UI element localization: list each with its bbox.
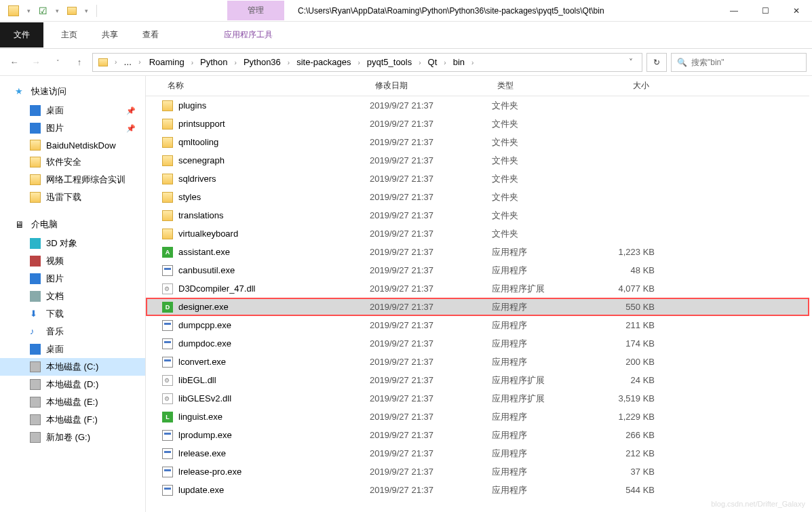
file-row[interactable]: Aassistant.exe2019/9/27 21:37应用程序1,223 K… (146, 243, 809, 261)
chevron-right-icon[interactable]: › (441, 59, 448, 66)
breadcrumb-segment[interactable]: Python (196, 54, 231, 70)
sidebar-item[interactable]: 软件安全 (0, 153, 145, 171)
file-type: 应用程序 (492, 264, 594, 277)
sidebar-item[interactable]: 网络工程师综合实训 (0, 171, 145, 189)
sidebar-item[interactable]: 本地磁盘 (F:) (0, 411, 145, 429)
folder-icon (8, 5, 19, 16)
maximize-button[interactable]: ☐ (750, 0, 781, 22)
sidebar-item-label: 本地磁盘 (D:) (46, 378, 98, 391)
file-row[interactable]: canbusutil.exe2019/9/27 21:37应用程序48 KB (146, 261, 809, 279)
search-input[interactable] (691, 58, 800, 67)
sidebar-item[interactable]: 文档 (0, 288, 145, 305)
file-row[interactable]: styles2019/9/27 21:37文件夹 (146, 188, 809, 206)
chevron-right-icon[interactable]: › (189, 59, 196, 66)
sidebar-item-label: 下载 (46, 308, 64, 320)
file-row[interactable]: lrelease-pro.exe2019/9/27 21:37应用程序37 KB (146, 462, 809, 481)
breadcrumb-segment[interactable]: Python36 (239, 54, 285, 70)
chevron-right-icon[interactable]: › (285, 59, 292, 66)
sidebar-item[interactable]: 图片 (0, 270, 145, 288)
check-icon[interactable]: ☑ (39, 5, 47, 16)
chevron-right-icon[interactable]: › (112, 58, 119, 66)
back-button[interactable]: ← (5, 54, 23, 71)
file-row[interactable]: Llinguist.exe2019/9/27 21:37应用程序1,229 KB (146, 408, 809, 426)
up-button[interactable]: ↑ (71, 54, 88, 71)
file-row[interactable]: dumpdoc.exe2019/9/27 21:37应用程序174 KB (146, 334, 809, 353)
col-date[interactable]: 修改日期 (370, 80, 492, 92)
search-box[interactable]: 🔍 (671, 53, 807, 72)
qat-dropdown-icon[interactable]: ▾ (27, 7, 31, 14)
file-row[interactable]: scenegraph2019/9/27 21:37文件夹 (146, 151, 809, 170)
col-size[interactable]: 大小 (594, 80, 655, 92)
file-row[interactable]: lprodump.exe2019/9/27 21:37应用程序266 KB (146, 426, 809, 444)
file-row[interactable]: plugins2019/9/27 21:37文件夹 (146, 96, 809, 115)
sidebar-item-label: 音乐 (46, 326, 64, 338)
file-row[interactable]: sqldrivers2019/9/27 21:37文件夹 (146, 170, 809, 188)
quick-access-header[interactable]: 快速访问 (0, 81, 145, 102)
breadcrumb-segment[interactable]: Roaming (145, 54, 189, 70)
breadcrumb-segment[interactable]: site-packages (292, 54, 355, 70)
chevron-right-icon[interactable]: › (416, 59, 423, 66)
recent-dropdown[interactable]: ˅ (49, 54, 66, 71)
file-row[interactable]: qmltooling2019/9/27 21:37文件夹 (146, 133, 809, 151)
forward-button[interactable]: → (27, 54, 45, 71)
address-bar[interactable]: › … › Roaming›Python›Python36›site-packa… (92, 53, 642, 72)
chevron-right-icon[interactable]: › (232, 59, 239, 66)
file-date: 2019/9/27 21:37 (370, 155, 492, 165)
music-icon (30, 326, 41, 337)
file-row[interactable]: lrelease.exe2019/9/27 21:37应用程序212 KB (146, 444, 809, 462)
file-row[interactable]: virtualkeyboard2019/9/27 21:37文件夹 (146, 224, 809, 243)
refresh-button[interactable]: ↻ (646, 53, 667, 72)
sidebar-item[interactable]: 本地磁盘 (D:) (0, 376, 145, 393)
close-button[interactable]: ✕ (781, 0, 812, 22)
sidebar-item[interactable]: 3D 对象 (0, 235, 145, 252)
chevron-right-icon[interactable]: › (469, 59, 476, 66)
view-tab[interactable]: 查看 (130, 22, 171, 47)
file-name: lrelease.exe (178, 448, 226, 458)
breadcrumb-segment[interactable]: Qt (424, 54, 442, 70)
sidebar-item[interactable]: 桌面 (0, 340, 145, 358)
qat-dropdown-icon[interactable]: ▾ (56, 7, 59, 14)
sidebar-item[interactable]: 视频 (0, 252, 145, 270)
file-row[interactable]: D3Dcompiler_47.dll2019/9/27 21:37应用程序扩展4… (146, 279, 809, 298)
app-tools-tab[interactable]: 应用程序工具 (212, 22, 285, 47)
manage-contextual-tab[interactable]: 管理 (227, 1, 284, 20)
this-pc-header[interactable]: 介电脑 (0, 214, 145, 235)
folder-icon[interactable] (67, 7, 77, 15)
folder-icon (30, 157, 41, 168)
desktop-icon (30, 344, 41, 355)
chevron-right-icon[interactable]: › (136, 58, 143, 66)
file-row[interactable]: printsupport2019/9/27 21:37文件夹 (146, 115, 809, 133)
file-row[interactable]: lupdate.exe2019/9/27 21:37应用程序544 KB (146, 481, 809, 499)
sidebar-item[interactable]: 本地磁盘 (E:) (0, 393, 145, 411)
col-name[interactable]: 名称 (162, 80, 370, 92)
sidebar-item[interactable]: 图片📌 (0, 119, 145, 137)
file-row[interactable]: translations2019/9/27 21:37文件夹 (146, 206, 809, 224)
col-type[interactable]: 类型 (492, 80, 594, 92)
file-row[interactable]: libEGL.dll2019/9/27 21:37应用程序扩展24 KB (146, 371, 809, 389)
qat-overflow-icon[interactable]: ▾ (85, 7, 88, 14)
main-area: 快速访问 桌面📌图片📌BaiduNetdiskDow软件安全网络工程师综合实训迅… (0, 76, 812, 512)
share-tab[interactable]: 共享 (90, 22, 130, 47)
file-row[interactable]: Ddesigner.exe2019/9/27 21:37应用程序550 KB (146, 298, 809, 316)
chevron-right-icon[interactable]: › (355, 59, 362, 66)
file-row[interactable]: libGLESv2.dll2019/9/27 21:37应用程序扩展3,519 … (146, 389, 809, 408)
breadcrumb-segment[interactable]: pyqt5_tools (363, 54, 417, 70)
home-tab[interactable]: 主页 (49, 22, 90, 47)
sidebar-item[interactable]: 桌面📌 (0, 102, 145, 119)
file-row[interactable]: lconvert.exe2019/9/27 21:37应用程序200 KB (146, 353, 809, 371)
breadcrumb-segment[interactable]: bin (449, 54, 469, 70)
sidebar-item-label: 图片 (46, 273, 64, 285)
address-dropdown-icon[interactable]: ˅ (623, 58, 639, 67)
sidebar-item[interactable]: 本地磁盘 (C:) (0, 358, 145, 376)
sidebar-item[interactable]: 迅雷下载 (0, 189, 145, 206)
minimize-button[interactable]: — (718, 0, 750, 22)
breadcrumb-ellipsis[interactable]: … (121, 58, 134, 67)
sidebar-item[interactable]: 音乐 (0, 323, 145, 340)
sidebar-item[interactable]: 新加卷 (G:) (0, 429, 145, 446)
sidebar-item-label: 网络工程师综合实训 (46, 174, 125, 186)
file-row[interactable]: dumpcpp.exe2019/9/27 21:37应用程序211 KB (146, 316, 809, 334)
sidebar-item[interactable]: BaiduNetdiskDow (0, 137, 145, 153)
folder-icon (162, 210, 173, 221)
sidebar-item[interactable]: 下载 (0, 305, 145, 323)
file-tab[interactable]: 文件 (0, 22, 43, 47)
